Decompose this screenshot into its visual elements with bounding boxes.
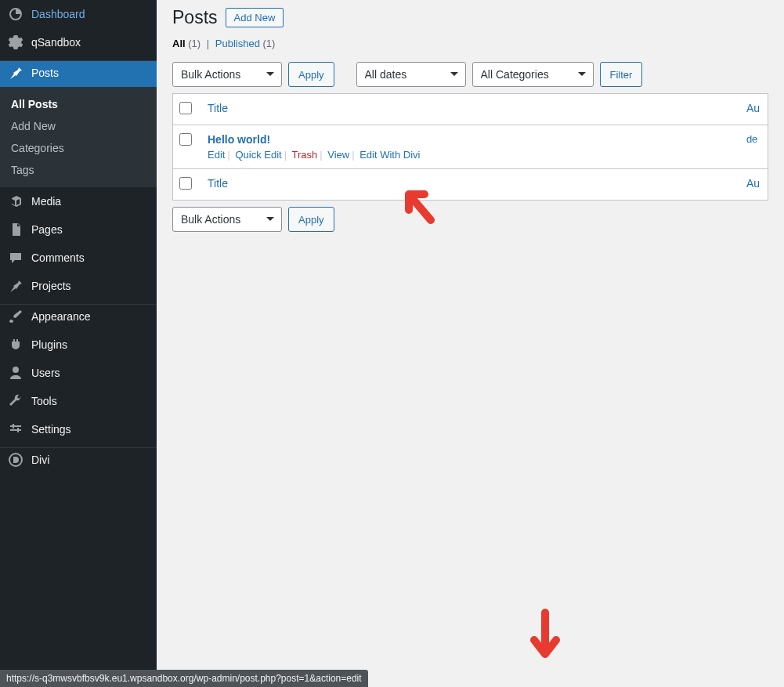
apply-button-top[interactable]: Apply bbox=[288, 62, 334, 87]
submenu-item-all-posts[interactable]: All Posts bbox=[0, 93, 157, 115]
col-author-header[interactable]: Au bbox=[739, 94, 768, 125]
sidebar-submenu-posts: All Posts Add New Categories Tags bbox=[0, 87, 157, 187]
wrench-icon bbox=[8, 393, 23, 409]
select-all-top[interactable] bbox=[179, 102, 192, 114]
view-filters: All (1) | Published (1) bbox=[172, 38, 768, 49]
add-new-button[interactable]: Add New bbox=[226, 8, 284, 27]
page-header: Posts Add New bbox=[172, 0, 768, 31]
submenu-item-tags[interactable]: Tags bbox=[0, 159, 157, 181]
filter-published-count: (1) bbox=[263, 38, 276, 49]
sliders-icon bbox=[8, 421, 23, 437]
sidebar-item-appearance[interactable]: Appearance bbox=[0, 304, 157, 331]
sidebar-item-pages[interactable]: Pages bbox=[0, 215, 157, 244]
bulk-actions-select-bottom[interactable]: Bulk Actions bbox=[172, 207, 282, 232]
tablenav-top: Bulk Actions Apply All dates All Categor… bbox=[172, 56, 768, 93]
submenu-item-categories[interactable]: Categories bbox=[0, 137, 157, 159]
action-edit-divi[interactable]: Edit With Divi bbox=[359, 149, 420, 161]
col-title-header[interactable]: Title bbox=[200, 94, 739, 125]
action-quick-edit[interactable]: Quick Edit bbox=[235, 149, 281, 161]
sidebar-label: Posts bbox=[31, 67, 59, 79]
posts-table: Title Au Hello world! Edit| Quick Edit| … bbox=[172, 93, 768, 201]
sidebar-item-comments[interactable]: Comments bbox=[0, 244, 157, 272]
main-content: Posts Add New All (1) | Published (1) Bu… bbox=[157, 0, 784, 687]
sidebar-item-users[interactable]: Users bbox=[0, 359, 157, 387]
row-author[interactable]: de bbox=[739, 125, 768, 169]
table-row: Hello world! Edit| Quick Edit| Trash| Vi… bbox=[173, 125, 768, 169]
sidebar-item-divi[interactable]: Divi bbox=[0, 447, 157, 474]
sidebar-item-media[interactable]: Media bbox=[0, 187, 157, 215]
filter-all[interactable]: All bbox=[172, 38, 186, 49]
plug-icon bbox=[8, 337, 23, 353]
action-view[interactable]: View bbox=[327, 149, 349, 161]
gear-icon bbox=[8, 34, 23, 50]
sidebar-item-dashboard[interactable]: Dashboard bbox=[0, 0, 157, 28]
status-bar-url: https://s-q3mwsvbfbsv9k.eu1.wpsandbox.or… bbox=[0, 670, 368, 687]
bulk-actions-select-top[interactable]: Bulk Actions bbox=[172, 62, 282, 87]
brush-icon bbox=[8, 309, 23, 324]
pin-icon bbox=[8, 278, 23, 294]
dashboard-icon bbox=[8, 6, 23, 22]
filter-published[interactable]: Published bbox=[215, 38, 260, 49]
row-actions: Edit| Quick Edit| Trash| View| Edit With… bbox=[208, 146, 731, 161]
action-edit[interactable]: Edit bbox=[208, 149, 225, 161]
user-icon bbox=[8, 365, 23, 381]
submenu-item-add-new[interactable]: Add New bbox=[0, 115, 157, 137]
dates-select[interactable]: All dates bbox=[356, 62, 466, 87]
sidebar-item-settings[interactable]: Settings bbox=[0, 415, 157, 443]
sidebar-item-qsandbox[interactable]: qSandbox bbox=[0, 28, 157, 56]
apply-button-bottom[interactable]: Apply bbox=[288, 207, 334, 232]
tablenav-bottom: Bulk Actions Apply bbox=[172, 201, 768, 238]
select-all-header bbox=[173, 94, 201, 125]
sidebar-item-posts[interactable]: Posts bbox=[0, 60, 157, 87]
action-trash[interactable]: Trash bbox=[291, 149, 317, 161]
col-title-footer[interactable]: Title bbox=[200, 169, 739, 201]
sidebar-label: Media bbox=[31, 195, 61, 208]
sidebar-label: Plugins bbox=[31, 338, 67, 351]
row-checkbox[interactable] bbox=[179, 133, 192, 146]
comments-icon bbox=[8, 250, 23, 266]
pages-icon bbox=[8, 222, 23, 237]
post-title-link[interactable]: Hello world! bbox=[208, 133, 270, 146]
col-author-footer[interactable]: Au bbox=[739, 169, 768, 201]
admin-sidebar: Dashboard qSandbox Posts All Posts Add N… bbox=[0, 0, 157, 687]
categories-select[interactable]: All Categories bbox=[472, 62, 594, 87]
sidebar-label: Pages bbox=[31, 223, 63, 236]
sidebar-label: Users bbox=[31, 367, 60, 379]
sidebar-label: Comments bbox=[31, 251, 85, 264]
filter-all-count: (1) bbox=[188, 38, 201, 49]
sidebar-item-tools[interactable]: Tools bbox=[0, 387, 157, 415]
sidebar-label: Appearance bbox=[31, 310, 91, 323]
sidebar-item-projects[interactable]: Projects bbox=[0, 272, 157, 300]
sidebar-label: qSandbox bbox=[31, 36, 81, 49]
sidebar-label: Divi bbox=[31, 454, 49, 466]
sidebar-label: Dashboard bbox=[31, 8, 85, 20]
select-all-bottom[interactable] bbox=[179, 177, 192, 190]
sidebar-label: Tools bbox=[31, 395, 57, 407]
sidebar-label: Projects bbox=[31, 280, 71, 292]
divi-icon bbox=[8, 452, 23, 468]
annotation-arrow-2 bbox=[529, 609, 561, 663]
page-title: Posts bbox=[172, 7, 218, 28]
sidebar-label: Settings bbox=[31, 423, 71, 436]
media-icon bbox=[8, 193, 23, 209]
sidebar-item-plugins[interactable]: Plugins bbox=[0, 331, 157, 359]
pin-icon bbox=[8, 65, 23, 81]
filter-button[interactable]: Filter bbox=[600, 62, 643, 87]
